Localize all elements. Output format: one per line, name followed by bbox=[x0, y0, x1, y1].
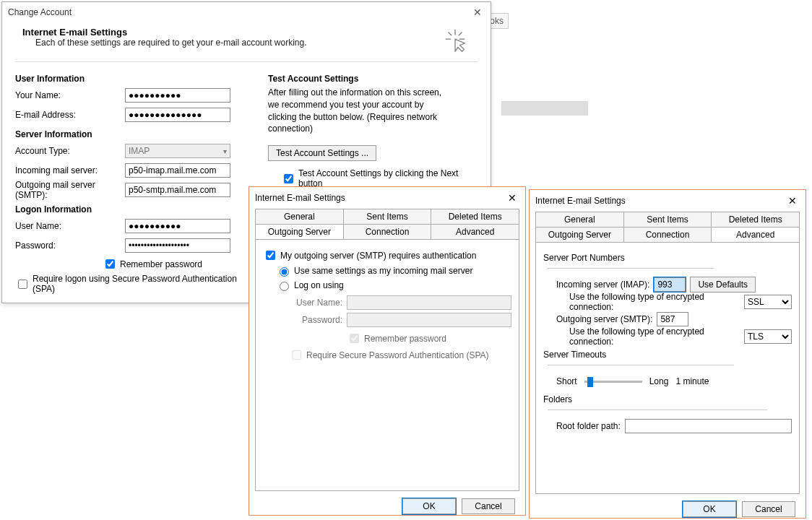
use-same-settings-radio[interactable] bbox=[280, 267, 289, 277]
header-subtitle: Each of these settings are required to g… bbox=[35, 38, 307, 48]
spa-checkbox[interactable] bbox=[18, 280, 27, 289]
incoming-label: Incoming mail server: bbox=[15, 165, 125, 176]
log-on-using-label: Log on using bbox=[294, 280, 344, 290]
your-name-input[interactable] bbox=[125, 88, 230, 103]
password-input[interactable] bbox=[125, 238, 230, 253]
divider bbox=[15, 61, 478, 62]
tab-advanced[interactable]: Advanced bbox=[431, 224, 519, 239]
use-same-settings-label: Use same settings as my incoming mail se… bbox=[294, 266, 472, 276]
close-icon[interactable]: ✕ bbox=[785, 195, 800, 207]
outgoing-server-input[interactable] bbox=[125, 183, 230, 197]
logon-spa-label: Require Secure Password Authentication (… bbox=[306, 350, 489, 360]
timeout-value: 1 minute bbox=[675, 376, 709, 386]
account-type-value: IMAP bbox=[129, 146, 150, 156]
cancel-button[interactable]: Cancel bbox=[462, 498, 515, 514]
dialog-title: Change Account bbox=[8, 7, 72, 17]
tab-outgoing-server[interactable]: Outgoing Server bbox=[535, 227, 624, 242]
test-heading: Test Account Settings bbox=[268, 74, 478, 84]
port-numbers-heading: Server Port Numbers bbox=[543, 253, 625, 263]
smtp-auth-checkbox[interactable] bbox=[266, 251, 275, 260]
bg-partial-bar bbox=[501, 101, 588, 116]
tab-outgoing-server[interactable]: Outgoing Server bbox=[255, 224, 344, 239]
close-icon[interactable]: ✕ bbox=[470, 6, 485, 18]
email-input[interactable] bbox=[125, 108, 230, 122]
incoming-encryption-select[interactable]: SSL bbox=[744, 295, 792, 309]
logon-password-input bbox=[347, 313, 511, 327]
tab-sent-items[interactable]: Sent Items bbox=[623, 212, 712, 227]
header-title: Internet E-mail Settings bbox=[22, 27, 307, 38]
incoming-encryption-label: Use the following type of encrypted conn… bbox=[569, 292, 735, 312]
remember-password-checkbox[interactable] bbox=[105, 259, 115, 269]
folders-heading: Folders bbox=[543, 394, 572, 404]
cancel-button[interactable]: Cancel bbox=[742, 501, 795, 517]
incoming-port-input[interactable] bbox=[654, 277, 686, 292]
ok-button[interactable]: OK bbox=[683, 501, 736, 517]
logon-remember-checkbox bbox=[350, 334, 359, 343]
server-info-heading: Server Information bbox=[15, 129, 246, 139]
tab-connection[interactable]: Connection bbox=[623, 227, 712, 242]
timeout-long-label: Long bbox=[649, 376, 669, 386]
dialog-title: Internet E-mail Settings bbox=[255, 193, 345, 203]
test-on-next-checkbox[interactable] bbox=[284, 174, 293, 183]
timeout-short-label: Short bbox=[556, 376, 577, 386]
outgoing-server-dialog: Internet E-mail Settings ✕ General Sent … bbox=[249, 186, 526, 516]
smtp-auth-label: My outgoing server (SMTP) requires authe… bbox=[280, 251, 476, 261]
tab-general[interactable]: General bbox=[535, 212, 624, 227]
chevron-down-icon: ▾ bbox=[223, 147, 227, 155]
logon-password-label: Password: bbox=[289, 315, 342, 325]
svg-line-4 bbox=[459, 32, 462, 36]
outgoing-encryption-label: Use the following type of encrypted conn… bbox=[569, 326, 735, 347]
outgoing-port-input[interactable] bbox=[657, 312, 688, 326]
test-on-next-label: Test Account Settings by clicking the Ne… bbox=[298, 168, 478, 188]
tab-deleted-items[interactable]: Deleted Items bbox=[431, 209, 519, 224]
log-on-using-radio[interactable] bbox=[280, 282, 289, 291]
close-icon[interactable]: ✕ bbox=[505, 192, 519, 204]
use-defaults-button[interactable]: Use Defaults bbox=[690, 277, 756, 292]
email-label: E-mail Address: bbox=[15, 110, 125, 120]
logon-spa-checkbox bbox=[292, 350, 301, 360]
dialog-title: Internet E-mail Settings bbox=[535, 196, 626, 206]
tab-sent-items[interactable]: Sent Items bbox=[343, 209, 432, 224]
logon-username-input bbox=[347, 295, 511, 310]
root-folder-input[interactable] bbox=[625, 419, 792, 433]
username-label: User Name: bbox=[15, 221, 125, 231]
test-description: After filling out the information on thi… bbox=[268, 87, 449, 135]
outgoing-label: Outgoing mail server (SMTP): bbox=[15, 180, 125, 200]
svg-line-3 bbox=[449, 32, 452, 36]
password-label: Password: bbox=[15, 240, 125, 251]
spa-label: Require logon using Secure Password Auth… bbox=[33, 274, 246, 294]
test-settings-button[interactable]: Test Account Settings ... bbox=[268, 145, 376, 161]
outgoing-encryption-select[interactable]: TLS bbox=[744, 329, 792, 344]
timeouts-heading: Server Timeouts bbox=[543, 350, 606, 360]
outgoing-port-label: Outgoing server (SMTP): bbox=[556, 314, 652, 324]
username-input[interactable] bbox=[125, 219, 230, 233]
advanced-settings-dialog: Internet E-mail Settings ✕ General Sent … bbox=[529, 189, 806, 519]
cursor-burst-icon bbox=[441, 27, 469, 54]
root-folder-label: Root folder path: bbox=[556, 421, 621, 431]
logon-remember-label: Remember password bbox=[364, 334, 446, 344]
ok-button[interactable]: OK bbox=[402, 498, 456, 514]
timeout-slider[interactable] bbox=[584, 381, 642, 383]
account-type-label: Account Type: bbox=[15, 146, 125, 156]
tab-advanced[interactable]: Advanced bbox=[711, 227, 800, 242]
tab-connection[interactable]: Connection bbox=[343, 224, 432, 239]
logon-username-label: User Name: bbox=[289, 298, 342, 308]
account-type-select: IMAP ▾ bbox=[125, 144, 230, 158]
user-info-heading: User Information bbox=[15, 74, 246, 84]
logon-info-heading: Logon Information bbox=[15, 204, 246, 214]
incoming-port-label: Incoming server (IMAP): bbox=[556, 280, 649, 290]
remember-password-label: Remember password bbox=[120, 259, 202, 269]
tab-deleted-items[interactable]: Deleted Items bbox=[711, 212, 800, 227]
your-name-label: Your Name: bbox=[15, 90, 125, 100]
incoming-server-input[interactable] bbox=[125, 163, 230, 178]
tab-general[interactable]: General bbox=[255, 209, 344, 224]
